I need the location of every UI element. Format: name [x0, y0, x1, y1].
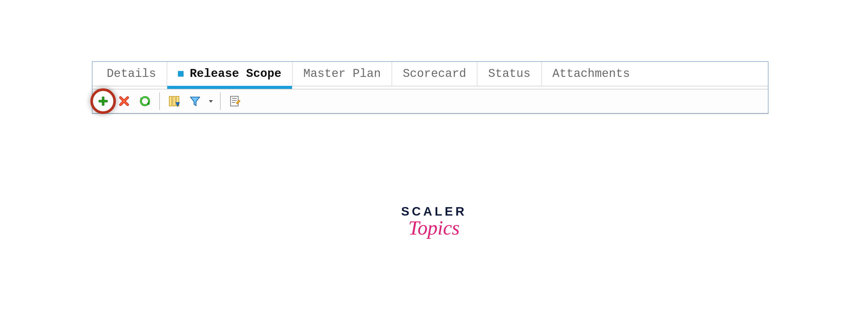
add-button[interactable] — [95, 93, 111, 109]
svg-rect-5 — [173, 96, 176, 106]
details-button[interactable] — [227, 93, 243, 109]
delete-button[interactable] — [116, 93, 132, 109]
tab-label: Details — [107, 67, 156, 81]
document-edit-icon — [229, 95, 241, 107]
tab-bar: Details Release Scope Master Plan Scorec… — [92, 62, 768, 86]
columns-icon — [168, 95, 180, 107]
plus-icon — [98, 96, 108, 107]
filter-button[interactable] — [187, 93, 203, 109]
refresh-button[interactable] — [137, 93, 153, 109]
tab-details[interactable]: Details — [92, 62, 167, 86]
watermark: SCALER Topics — [401, 204, 467, 239]
svg-marker-8 — [209, 100, 213, 103]
tab-label: Release Scope — [190, 67, 281, 81]
tab-master-plan[interactable]: Master Plan — [292, 62, 392, 86]
toolbar-separator — [220, 92, 221, 110]
svg-rect-9 — [230, 96, 238, 106]
tab-label: Master Plan — [303, 67, 381, 81]
svg-rect-4 — [169, 96, 172, 106]
tab-label: Scorecard — [403, 67, 466, 81]
x-icon — [119, 95, 130, 107]
tab-label: Status — [488, 67, 530, 81]
panel: Details Release Scope Master Plan Scorec… — [92, 61, 769, 114]
tab-label: Attachments — [553, 67, 630, 81]
tab-release-scope[interactable]: Release Scope — [167, 62, 292, 86]
toolbar — [92, 89, 768, 113]
chevron-down-icon — [208, 98, 213, 104]
tab-status[interactable]: Status — [477, 62, 541, 86]
funnel-icon — [189, 95, 201, 107]
filter-dropdown-button[interactable] — [208, 98, 214, 104]
watermark-line2: Topics — [401, 216, 467, 239]
toolbar-separator — [159, 92, 160, 110]
refresh-icon — [139, 95, 151, 107]
svg-rect-1 — [99, 100, 107, 102]
tab-attachments[interactable]: Attachments — [541, 62, 641, 86]
active-tab-indicator-icon — [178, 71, 184, 77]
tab-scorecard[interactable]: Scorecard — [392, 62, 477, 86]
columns-button[interactable] — [166, 93, 182, 109]
